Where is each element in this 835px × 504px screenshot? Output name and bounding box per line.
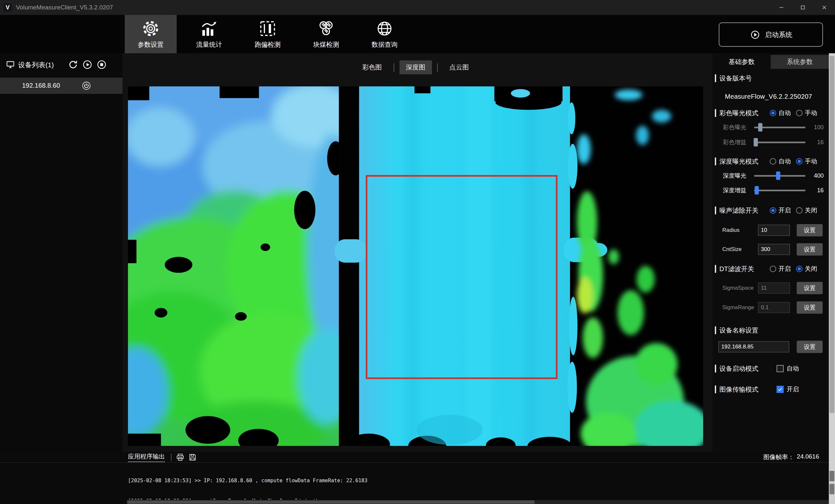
color-exposure-slider-row: 彩色曝光 100	[713, 121, 829, 134]
depth-exposure-manual-radio[interactable]	[796, 158, 802, 165]
scrollbar-thumb[interactable]	[830, 484, 834, 494]
toolbar-item-label: 流量统计	[196, 40, 222, 49]
toolbar-item-parameter-settings[interactable]: 参数设置	[125, 15, 177, 53]
stop-icon	[97, 60, 106, 69]
section-bar	[715, 385, 716, 393]
device-version-header: 设备版本号	[713, 72, 829, 85]
sigma-range-input[interactable]	[758, 302, 790, 313]
depth-image-viewport[interactable]	[128, 86, 703, 446]
toolbar-item-flow-statistics[interactable]: 流量统计	[183, 15, 235, 53]
image-view-tabs: 彩色图 深度图 点云图	[128, 60, 703, 74]
color-exposure-slider[interactable]	[754, 127, 806, 128]
tab-application-output[interactable]: 应用程序输出	[128, 452, 165, 462]
tab-system-parameters[interactable]: 系统参数	[771, 55, 829, 69]
device-version-row: MeasureFlow_V6.2.2.250207	[713, 90, 829, 103]
refresh-devices-button[interactable]	[68, 60, 78, 69]
color-exposure-auto-radio[interactable]	[770, 110, 776, 116]
tab-depth-image[interactable]: 深度图	[400, 60, 432, 74]
separator	[171, 453, 171, 461]
depth-gain-value: 16	[808, 187, 823, 194]
toolbar-item-data-query[interactable]: 数据查询	[359, 15, 410, 53]
depth-exposure-slider[interactable]	[754, 175, 806, 177]
cntsize-set-button[interactable]: 设置	[797, 243, 823, 256]
color-gain-label: 彩色增益	[723, 138, 750, 146]
dt-filter-on-radio[interactable]	[770, 266, 776, 272]
depth-exposure-slider-handle[interactable]	[776, 172, 780, 180]
start-all-devices-button[interactable]	[82, 60, 92, 69]
save-icon[interactable]	[188, 453, 197, 461]
depth-gain-slider[interactable]	[754, 190, 806, 191]
device-version-title: 设备版本号	[719, 74, 752, 83]
tab-point-cloud[interactable]: 点云图	[443, 60, 475, 74]
section-bar	[715, 265, 716, 273]
noise-filter-on-radio[interactable]	[770, 207, 776, 214]
radius-input[interactable]	[758, 225, 790, 236]
toolbar-item-deviation-detection[interactable]: 跑偏检测	[242, 15, 293, 53]
cntsize-label: CntSize	[722, 246, 758, 253]
sigma-space-set-button[interactable]: 设置	[797, 282, 823, 294]
device-list-panel: 设备列表(1) 192.168.8.60	[0, 53, 122, 504]
device-list-header: 设备列表(1)	[0, 58, 122, 72]
device-name-title: 设备名称设置	[719, 326, 758, 335]
section-bar	[715, 206, 716, 214]
color-gain-slider-handle[interactable]	[753, 138, 758, 146]
maximize-button[interactable]	[792, 0, 814, 15]
vertical-scrollbar[interactable]	[829, 53, 835, 504]
play-circle-icon	[750, 29, 761, 40]
log-panel: 应用程序输出 图像帧率： 24.0616 [2025-02-08 18:23:5…	[0, 452, 835, 504]
depth-gain-slider-row: 深度增益 16	[713, 184, 829, 197]
minimize-button[interactable]	[771, 0, 792, 15]
scrollbar-thumb[interactable]	[830, 56, 834, 413]
dt-filter-off-radio[interactable]	[796, 266, 802, 272]
device-list-item[interactable]: 192.168.8.60	[0, 78, 122, 94]
close-button[interactable]	[814, 0, 835, 15]
section-bar	[715, 74, 716, 82]
color-gain-slider[interactable]	[754, 142, 806, 143]
toolbar-item-coal-detection[interactable]: 块煤检测	[300, 15, 352, 53]
dt-filter-row: DT滤波开关 开启 关闭	[713, 262, 829, 275]
window-controls	[771, 0, 835, 15]
cntsize-input[interactable]	[758, 244, 790, 255]
tab-separator	[437, 63, 438, 72]
tab-color-image[interactable]: 彩色图	[356, 60, 388, 74]
scrollbar-thumb[interactable]	[127, 500, 534, 504]
toolbar-item-label: 块煤检测	[313, 40, 339, 49]
noise-filter-row: 噪声滤除开关 开启 关闭	[713, 204, 829, 217]
toolbar-item-label: 跑偏检测	[254, 40, 281, 49]
color-gain-slider-row: 彩色增益 16	[713, 136, 829, 149]
device-name-set-button[interactable]: 设置	[797, 341, 823, 353]
color-exposure-slider-handle[interactable]	[758, 123, 762, 132]
scrollbar-thumb[interactable]	[830, 471, 834, 481]
transfer-mode-on-label: 开启	[787, 385, 799, 394]
log-panel-header: 应用程序输出 图像帧率： 24.0616	[0, 452, 829, 463]
transfer-mode-title: 图像传输模式	[719, 385, 758, 394]
deviation-icon	[259, 19, 277, 38]
depth-gain-slider-handle[interactable]	[754, 186, 759, 195]
start-system-button[interactable]: 启动系统	[719, 22, 823, 47]
device-name-input[interactable]	[718, 341, 789, 352]
flow-chart-icon	[200, 19, 218, 38]
start-mode-auto-checkbox[interactable]	[776, 365, 784, 372]
device-power-button[interactable]	[82, 81, 91, 90]
log-output[interactable]: [2025-02-08 18:23:53] >> IP: 192.168.8.6…	[128, 464, 820, 500]
transfer-mode-on-checkbox[interactable]	[776, 386, 784, 393]
sigma-space-input[interactable]	[758, 283, 790, 294]
parameter-tabs: 基础参数 系统参数	[713, 55, 829, 69]
color-exposure-manual-radio[interactable]	[796, 110, 802, 116]
sigma-range-set-button[interactable]: 设置	[797, 301, 823, 314]
radius-set-button[interactable]: 设置	[797, 224, 823, 237]
log-horizontal-scrollbar[interactable]	[127, 500, 829, 504]
stop-all-devices-button[interactable]	[97, 60, 106, 69]
sigma-space-label: SigmaSpace	[722, 285, 758, 291]
device-ip: 192.168.8.60	[22, 82, 60, 89]
toolbar: 参数设置 流量统计 跑偏检测 块煤检测	[0, 15, 835, 53]
tab-basic-parameters[interactable]: 基础参数	[713, 55, 771, 69]
close-icon	[820, 3, 829, 12]
device-version-value: MeasureFlow_V6.2.2.250207	[713, 93, 812, 100]
main-view: 彩色图 深度图 点云图	[122, 53, 713, 452]
printer-icon[interactable]	[176, 453, 184, 461]
transfer-mode-row: 图像传输模式 开启	[713, 383, 829, 396]
depth-exposure-auto-radio[interactable]	[770, 158, 776, 165]
start-mode-row: 设备启动模式 自动	[713, 362, 829, 375]
noise-filter-off-radio[interactable]	[796, 207, 802, 214]
